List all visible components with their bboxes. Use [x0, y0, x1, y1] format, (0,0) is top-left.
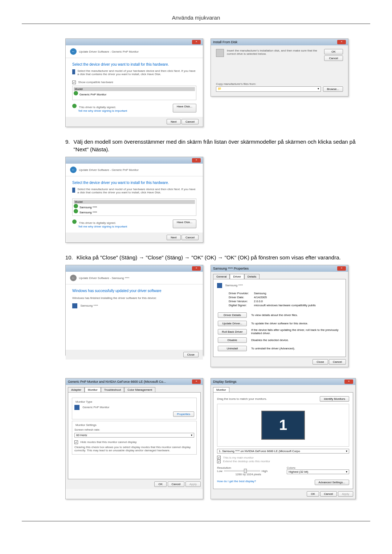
extend-checkbox: ✓ [217, 460, 221, 463]
update-driver-button[interactable]: Update Driver... [218, 321, 247, 326]
back-icon[interactable]: ← [70, 48, 77, 55]
title-bar: Generic PnP Monitor and NVIDIA GeForce 6… [66, 378, 203, 385]
dialog-title: Display Settings [213, 380, 237, 383]
title-bar: Display Settings × [211, 378, 355, 385]
have-disk-button[interactable]: Have Disk... [173, 104, 196, 112]
identify-button[interactable]: Identify Monitors [320, 396, 349, 402]
tab-troubleshoot[interactable]: Troubleshoot [101, 387, 124, 392]
back-icon[interactable]: ← [70, 167, 77, 173]
show-compatible-checkbox[interactable]: ✓ [72, 81, 76, 84]
tab-details[interactable]: Details [244, 274, 260, 279]
signed-icon [72, 219, 77, 224]
cancel-button[interactable]: Cancel [329, 359, 346, 365]
model-header: Model [74, 200, 195, 204]
ok-button[interactable]: OK [307, 491, 319, 497]
signed-icon [74, 91, 78, 95]
path-select[interactable]: 📁▾ [216, 86, 321, 92]
update-driver-dialog-2: × ← Update Driver Software - Generic PnP… [65, 157, 203, 243]
monitor-preview-icon[interactable]: 1 [261, 411, 305, 440]
close-icon[interactable]: × [344, 379, 353, 384]
cancel-button[interactable]: Cancel [324, 56, 343, 61]
title-bar: × [66, 157, 203, 164]
tab-monitor[interactable]: Monitor [85, 387, 101, 392]
apply-button[interactable]: Apply [338, 491, 353, 497]
close-button[interactable]: Close [183, 352, 199, 357]
cancel-button[interactable]: Cancel [181, 235, 199, 240]
device-select[interactable]: 1. Samsung **** on NVIDIA GeForce 6600 L… [217, 449, 349, 454]
details-text: To view details about the driver files. [251, 311, 341, 319]
version-label: Driver Version: [229, 300, 253, 303]
uninstall-text: To uninstall the driver (Advanced). [251, 345, 341, 352]
instruction-text: Select the manufacturer and model of you… [77, 188, 196, 194]
ok-button[interactable]: OK [154, 481, 167, 487]
device-name: Samsung **** [225, 284, 243, 287]
refresh-label: Screen refresh rate: [74, 428, 194, 431]
breadcrumb: Update Driver Software - Generic PnP Mon… [79, 50, 139, 53]
date-label: Driver Date: [229, 296, 253, 299]
update-text: To update the driver software for this d… [251, 320, 341, 327]
page-header: Använda mjukvaran [22, 15, 370, 21]
tab-driver[interactable]: Driver [230, 274, 244, 279]
have-disk-button[interactable]: Have Disk... [173, 219, 196, 228]
tell-me-link[interactable]: Tell me why driver signing is important [78, 109, 127, 112]
cancel-button[interactable]: Cancel [320, 491, 337, 497]
extend-label: Extend the desktop onto this monitor [223, 460, 270, 463]
header-divider [22, 24, 370, 24]
tab-color[interactable]: Color Management [124, 387, 155, 392]
hide-modes-label: Hide modes that this monitor cannot disp… [80, 440, 136, 444]
driver-details-button[interactable]: Driver Details [218, 312, 247, 318]
tab-general[interactable]: General [213, 274, 230, 279]
driver-icon [72, 188, 75, 193]
apply-button[interactable]: Apply [185, 481, 201, 487]
signed-icon [74, 204, 78, 208]
ok-button[interactable]: OK [324, 49, 343, 54]
breadcrumb: Update Driver Software - Samsung **** [79, 276, 130, 280]
date-value: 4/14/2005 [254, 296, 316, 299]
close-icon[interactable]: × [337, 40, 346, 44]
close-button[interactable]: Close [313, 359, 328, 365]
signed-text: This driver is digitally signed. [79, 106, 116, 109]
uninstall-button[interactable]: Uninstall [218, 346, 247, 351]
colors-select[interactable]: Highest (32 bit)▾ [287, 469, 349, 474]
cancel-button[interactable]: Cancel [168, 481, 185, 487]
browse-button[interactable]: Browse... [323, 86, 343, 92]
rollback-button[interactable]: Roll Back Driver [218, 329, 247, 335]
tab-adapter[interactable]: Adapter [68, 387, 85, 392]
monitor-icon [74, 405, 79, 410]
tab-monitor[interactable]: Monitor [213, 387, 229, 392]
next-button[interactable]: Next [167, 235, 180, 240]
model-list[interactable]: Model Generic PnP Monitor [72, 86, 196, 100]
tell-me-link[interactable]: Tell me why driver signing is important [78, 225, 127, 228]
close-icon[interactable]: × [192, 158, 201, 163]
model-item[interactable]: Generic PnP Monitor [74, 91, 195, 96]
model-item[interactable]: Samsung **** [74, 204, 195, 209]
dialog-heading: Select the device driver you want to ins… [72, 181, 196, 185]
provider-value: Samsung [254, 292, 316, 295]
next-button[interactable]: Next [167, 119, 180, 124]
properties-button[interactable]: Properties [173, 411, 194, 417]
hide-modes-checkbox[interactable]: ✓ [74, 440, 78, 444]
best-display-link[interactable]: How do I get the best display? [217, 480, 256, 485]
title-bar: × [66, 265, 203, 272]
cancel-button[interactable]: Cancel [181, 119, 199, 124]
footer-divider [22, 521, 370, 521]
model-list[interactable]: Model Samsung **** Samsung **** [72, 198, 196, 216]
title-bar: Samsung **** Properties × [211, 265, 348, 272]
close-icon[interactable]: × [192, 379, 201, 384]
model-header: Model [74, 87, 195, 91]
resolution-value: 1280 by 1024 pixels [217, 473, 279, 476]
title-bar: Install From Disk × [211, 39, 348, 45]
close-icon[interactable]: × [337, 266, 346, 271]
disable-button[interactable]: Disable [218, 337, 247, 343]
dialog-title: Install From Disk [213, 40, 237, 44]
instruction-text: Insert the manufacturer's installation d… [227, 49, 320, 56]
close-icon[interactable]: × [192, 266, 201, 271]
refresh-select[interactable]: 60 Hertz▾ [74, 433, 194, 438]
update-driver-dialog-1: × ← Update Driver Software - Generic PnP… [65, 38, 203, 127]
success-dialog: × ← Update Driver Software - Samsung ***… [65, 265, 203, 356]
close-icon[interactable]: × [192, 40, 201, 44]
model-item[interactable]: Samsung **** [74, 209, 195, 214]
breadcrumb: Update Driver Software - Generic PnP Mon… [79, 168, 139, 172]
advanced-button[interactable]: Advanced Settings... [315, 480, 349, 485]
resolution-slider[interactable] [224, 470, 260, 472]
